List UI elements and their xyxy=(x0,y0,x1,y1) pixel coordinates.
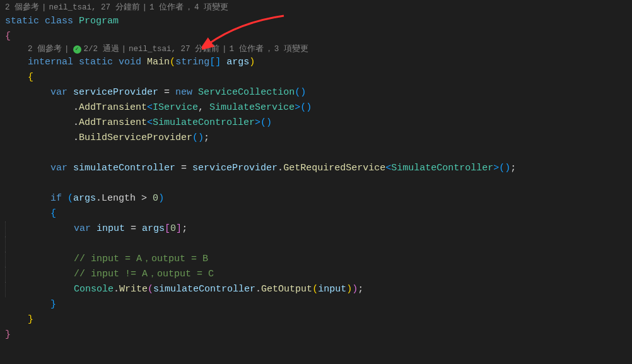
code-line-var-ctrl[interactable]: var simulateController = serviceProvider… xyxy=(5,161,627,176)
code-line-class-decl[interactable]: static class Program xyxy=(5,14,627,29)
code-line-addtransient2[interactable]: .AddTransient<SimulateController>() xyxy=(5,115,627,131)
code-line-brace[interactable]: { xyxy=(5,206,627,221)
codelens-references[interactable]: 2 個參考 xyxy=(5,3,39,14)
test-pass-icon: ✓ xyxy=(73,45,81,54)
code-line-empty[interactable] xyxy=(5,146,627,161)
code-line-brace[interactable]: { xyxy=(5,29,627,44)
codelens-author-time[interactable]: neil_tsai, 27 分鐘前 xyxy=(129,44,219,56)
codelens-changes[interactable]: 3 項變更 xyxy=(274,44,308,56)
code-line-brace[interactable]: } xyxy=(5,327,627,343)
code-line-var-input[interactable]: var input = args[0]; xyxy=(5,221,627,237)
codelens-separator: | xyxy=(64,44,69,56)
codelens-comma: ， xyxy=(265,44,273,56)
codelens-class[interactable]: 2 個參考 | neil_tsai, 27 分鐘前 | 1 位作者 ， 4 項變… xyxy=(5,3,627,14)
codelens-authors[interactable]: 1 位作者 xyxy=(230,44,264,56)
code-line-console-write[interactable]: Console.Write(simulateController.GetOutp… xyxy=(5,282,627,297)
code-line-empty[interactable] xyxy=(5,176,627,191)
codelens-separator: | xyxy=(42,3,47,14)
codelens-tests[interactable]: 2/2 通過 xyxy=(84,44,119,56)
codelens-separator: | xyxy=(143,3,148,14)
code-line-addtransient1[interactable]: .AddTransient<IService, SimulateService>… xyxy=(5,100,627,115)
code-line-buildsp[interactable]: .BuildServiceProvider(); xyxy=(5,131,627,146)
codelens-separator: | xyxy=(222,44,227,56)
codelens-comma: ， xyxy=(185,3,193,14)
codelens-references[interactable]: 2 個參考 xyxy=(28,44,62,56)
code-line-if[interactable]: if (args.Length > 0) xyxy=(5,191,627,206)
code-line-brace[interactable]: { xyxy=(5,70,627,85)
code-line-comment1[interactable]: // input = A，output = B xyxy=(5,252,627,267)
code-line-brace[interactable]: } xyxy=(5,297,627,312)
code-line-var-sp[interactable]: var serviceProvider = new ServiceCollect… xyxy=(5,85,627,100)
codelens-authors[interactable]: 1 位作者 xyxy=(149,3,184,14)
code-line-main-sig[interactable]: internal static void Main(string[] args) xyxy=(5,55,627,70)
code-line-brace[interactable]: } xyxy=(5,312,627,327)
code-line-comment2[interactable]: // input != A，output = C xyxy=(5,267,627,282)
codelens-method[interactable]: 2 個參考 | ✓ 2/2 通過 | neil_tsai, 27 分鐘前 | 1… xyxy=(28,44,627,56)
code-line-empty[interactable] xyxy=(5,237,627,252)
codelens-author-time[interactable]: neil_tsai, 27 分鐘前 xyxy=(49,3,140,14)
codelens-changes[interactable]: 4 項變更 xyxy=(194,3,228,14)
codelens-separator: | xyxy=(122,44,127,56)
